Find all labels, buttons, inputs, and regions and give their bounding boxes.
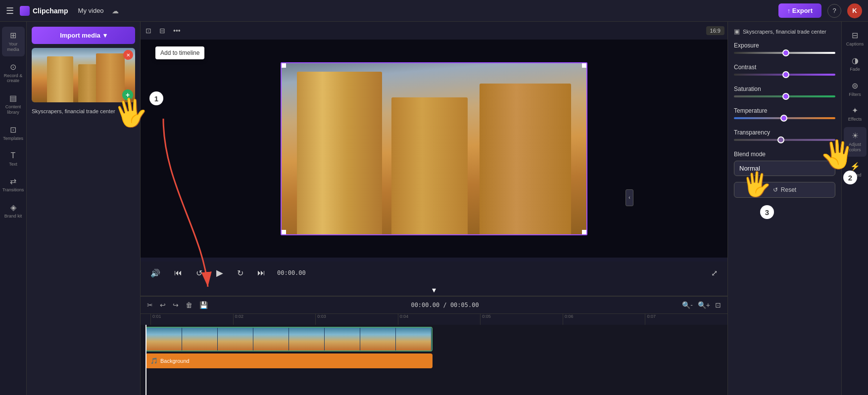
sidebar-item-your-media[interactable]: ⊞ Your media	[2, 27, 25, 56]
delete-button[interactable]: 🗑	[184, 300, 194, 310]
video-title[interactable]: My video	[78, 7, 104, 14]
reset-icon: ↺	[773, 186, 778, 193]
split-button[interactable]: ✂	[145, 300, 154, 310]
track-frame	[146, 328, 182, 351]
logo-text: Clipchamp	[33, 7, 68, 15]
sidebar-item-templates[interactable]: ⊡ Templates	[2, 121, 25, 145]
media-panel: Import media ▾ ✕ + Skyscrapers, financia…	[27, 22, 141, 395]
ruler-mark: 0:06	[563, 314, 645, 325]
blend-mode-select[interactable]: Normal Multiply Screen Overlay	[734, 161, 835, 176]
video-preview	[141, 40, 727, 258]
canvas-toolbar: ⊡ ⊟ ••• 16:9	[141, 22, 727, 40]
logo-icon	[20, 6, 30, 16]
track-frame	[182, 328, 218, 351]
contrast-thumb[interactable]	[782, 71, 789, 78]
annotation-label-3: 3	[760, 205, 774, 219]
filters-label: Filters	[849, 92, 861, 97]
sidebar-item-brand-kit[interactable]: ◈ Brand kit	[2, 199, 25, 223]
sidebar-item-text[interactable]: T Text	[2, 147, 25, 171]
media-add-button[interactable]: +	[122, 89, 133, 100]
audio-track-name: Background	[160, 358, 190, 364]
contrast-slider[interactable]	[734, 74, 835, 76]
temperature-slider[interactable]	[734, 117, 835, 119]
import-label: Import media	[60, 32, 100, 39]
skip-forward-button[interactable]: ⏭	[255, 266, 267, 279]
ruler-mark: 0:02	[233, 314, 316, 325]
filters-icon: ⊚	[852, 81, 858, 90]
ruler-mark: 0:05	[480, 314, 563, 325]
tool-adjust-colors[interactable]: ☀ Adjust colors	[844, 127, 867, 157]
tool-fade[interactable]: ◑ Fade	[844, 52, 867, 76]
your-media-icon: ⊞	[10, 31, 16, 40]
timeline-playhead[interactable]	[145, 325, 146, 395]
track-frame	[325, 328, 360, 351]
main-layout: ⊞ Your media ⊙ Record & create ▤ Content…	[0, 22, 868, 395]
resize-button[interactable]: ⊟	[157, 25, 167, 37]
sidebar-item-label: Transitions	[2, 187, 24, 193]
aspect-ratio-badge: 16:9	[706, 26, 724, 35]
sidebar-item-transitions[interactable]: ⇄ Transitions	[2, 173, 25, 197]
captions-icon: ⊟	[852, 31, 858, 40]
transparency-label: Transparency	[734, 129, 835, 136]
zoom-in-button[interactable]: 🔍+	[696, 300, 712, 310]
annotation-label-2: 2	[843, 171, 857, 184]
sidebar-item-record-create[interactable]: ⊙ Record & create	[2, 58, 25, 88]
save-icon[interactable]: ☁	[112, 7, 119, 15]
frame-corner-tl	[281, 63, 286, 68]
audio-icon: 🎵	[150, 357, 158, 364]
effects-label: Effects	[848, 117, 862, 122]
volume-button[interactable]: 🔊	[148, 266, 162, 280]
panel-collapse-button[interactable]: ‹	[626, 189, 633, 206]
tool-effects[interactable]: ✦ Effects	[844, 102, 867, 126]
export-button[interactable]: ↑ Export	[778, 3, 821, 18]
import-media-button[interactable]: Import media ▾	[32, 27, 135, 44]
exposure-slider[interactable]	[734, 52, 835, 54]
media-thumbnail[interactable]: ✕ +	[32, 48, 135, 102]
sidebar-item-label: Content library	[4, 104, 23, 115]
time-display: 00:00.00	[277, 269, 306, 276]
track-frame	[360, 328, 396, 351]
canvas-wrapper: ⊡ ⊟ ••• 16:9	[141, 22, 727, 395]
frame-corner-bl	[281, 230, 286, 235]
forward-button[interactable]: ↻	[235, 266, 245, 280]
saturation-thumb[interactable]	[782, 93, 789, 100]
sidebar-item-content-library[interactable]: ▤ Content library	[2, 89, 25, 119]
frame-corner-tr	[582, 63, 587, 68]
saturation-slider[interactable]	[734, 95, 835, 97]
fullscreen-button[interactable]: ⤢	[709, 266, 720, 280]
exposure-section: Exposure	[734, 42, 835, 60]
video-track[interactable]	[145, 327, 433, 351]
far-right-tools: ⊟ Captions ◑ Fade ⊚ Filters ✦ Effects ☀ …	[841, 22, 868, 395]
menu-icon[interactable]: ☰	[6, 5, 14, 16]
saturation-label: Saturation	[734, 86, 835, 92]
rewind-button[interactable]: ↺	[194, 266, 204, 280]
save-clip-button[interactable]: 💾	[198, 300, 209, 310]
tool-captions[interactable]: ⊟ Captions	[844, 27, 867, 51]
avatar[interactable]: K	[847, 3, 862, 18]
audio-track[interactable]: 🎵 Background	[145, 353, 433, 368]
crop-button[interactable]: ⊡	[144, 25, 153, 37]
temperature-thumb[interactable]	[780, 115, 787, 122]
play-button[interactable]: ▶	[214, 265, 225, 280]
help-button[interactable]: ?	[827, 4, 841, 18]
more-options-button[interactable]: •••	[171, 25, 183, 37]
track-frame	[396, 328, 432, 351]
topbar: ☰ Clipchamp My video ☁ ↑ Export ? K	[0, 0, 868, 22]
tool-filters[interactable]: ⊚ Filters	[844, 77, 867, 101]
transparency-slider[interactable]	[734, 139, 835, 141]
track-frame	[253, 328, 289, 351]
fit-button[interactable]: ⊡	[714, 300, 723, 310]
media-delete-button[interactable]: ✕	[123, 50, 133, 60]
exposure-thumb[interactable]	[782, 49, 789, 56]
skip-back-button[interactable]: ⏮	[172, 266, 184, 279]
transparency-thumb[interactable]	[777, 136, 784, 143]
fade-icon: ◑	[852, 56, 859, 65]
timeline-collapse-button[interactable]: ▾	[141, 284, 727, 296]
redo-button[interactable]: ↪	[171, 300, 180, 310]
zoom-out-button[interactable]: 🔍-	[680, 300, 694, 310]
exposure-label: Exposure	[734, 42, 835, 49]
reset-label: Reset	[781, 186, 796, 193]
reset-button[interactable]: ↺ Reset	[734, 182, 835, 198]
undo-button[interactable]: ↩	[158, 300, 167, 310]
annotation-label-1: 1	[149, 91, 163, 105]
